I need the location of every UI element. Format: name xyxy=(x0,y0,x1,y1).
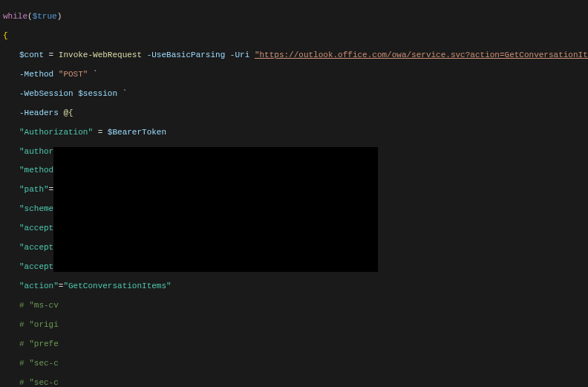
param-uri: -Uri xyxy=(225,51,255,59)
bool-true: $true xyxy=(33,12,57,21)
comment-line: # "ms-cv xyxy=(19,301,59,310)
keyword-while: while xyxy=(3,12,27,21)
op-eq: = xyxy=(93,128,108,137)
hdr-key-method: "method" xyxy=(19,166,59,175)
param-websession: -WebSession xyxy=(19,89,78,98)
line-continuation: ` xyxy=(88,70,97,79)
redaction-box xyxy=(53,147,378,272)
comment-line: # "prefe xyxy=(19,339,59,348)
param-headers: -Headers xyxy=(19,108,63,117)
hdr-val-action: "GetConversationItems" xyxy=(63,282,171,290)
comment-line: # "origi xyxy=(19,320,59,329)
string-method: "POST" xyxy=(59,70,88,79)
hdr-key-accept: "accept" xyxy=(19,224,59,232)
hashtable-open: @{ xyxy=(63,108,73,117)
brace-open: { xyxy=(3,31,8,40)
hdr-key-action: "action" xyxy=(19,282,59,290)
param-usebasicparsing: -UseBasicParsing xyxy=(142,51,225,59)
cmdlet-invoke-webrequest: Invoke-WebRequest xyxy=(59,51,142,59)
paren-open: ( xyxy=(27,12,33,21)
hdr-key-scheme: "scheme" xyxy=(19,204,59,213)
op-assign: = xyxy=(44,51,59,59)
hdr-key-path: "path" xyxy=(19,185,49,194)
hdr-key-authorization: "Authorization" xyxy=(19,128,93,137)
comment-line: # "sec-c xyxy=(19,378,59,387)
var-cont: $cont xyxy=(19,51,44,59)
paren-close: ) xyxy=(57,12,62,21)
param-method: -Method xyxy=(19,70,59,79)
line-continuation: ` xyxy=(117,89,127,98)
string-url: "https://outlook.office.com/owa/service.… xyxy=(255,51,588,59)
var-bearertoken: $BearerToken xyxy=(108,128,166,137)
comment-line: # "sec-c xyxy=(19,359,59,368)
var-session: $session xyxy=(78,89,117,98)
